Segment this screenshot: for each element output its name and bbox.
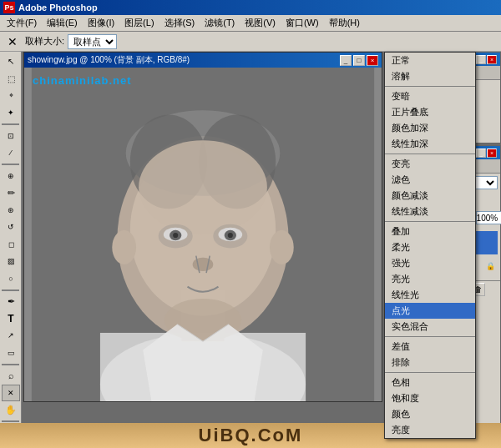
blend-exclusion[interactable]: 排除 [385, 355, 475, 370]
blend-soft-light[interactable]: 柔光 [385, 239, 475, 255]
canvas-watermark: chinaminilab.net [33, 74, 132, 87]
dropdown-sep-3 [385, 221, 475, 222]
history-panel-buttons: _ × [476, 55, 497, 64]
menu-edit[interactable]: 编辑(E) [42, 15, 83, 31]
main-area: ↖ ⬚ ⌖ ✦ ⊡ ∕ ⊕ ✏ ⊛ ↺ ◻ ▨ ○ ✒ T ↗ ▭ ⌕ ✕ ✋ [0, 52, 501, 448]
blend-color[interactable]: 颜色 [385, 406, 475, 422]
menu-select[interactable]: 选择(S) [159, 15, 200, 31]
dropdown-sep-2 [385, 154, 475, 154]
sample-size-select[interactable]: 取样点 [68, 34, 117, 49]
eraser-tool[interactable]: ◻ [2, 236, 20, 253]
history-close-button[interactable]: × [487, 55, 497, 64]
shape-tool[interactable]: ▭ [2, 345, 20, 361]
svg-point-16 [159, 224, 193, 249]
eyedropper-options-icon: ✕ [3, 33, 22, 50]
history-minimize-button[interactable]: _ [476, 55, 486, 64]
path-select-tool[interactable]: ↗ [2, 328, 20, 345]
canvas-minimize-button[interactable]: _ [340, 55, 352, 66]
bottom-watermark-text: UiBQ.CoM [199, 425, 303, 446]
blend-dissolve[interactable]: 溶解 [385, 68, 475, 84]
blend-linear-burn[interactable]: 线性加深 [385, 136, 475, 152]
menu-file[interactable]: 文件(F) [2, 15, 42, 31]
gradient-tool[interactable]: ▨ [2, 254, 20, 270]
blend-lighten[interactable]: 变亮 [385, 156, 475, 172]
layer-lock-icon: 🔒 [486, 262, 495, 270]
app-title: Adobe Photoshop [18, 3, 498, 13]
blend-screen[interactable]: 滤色 [385, 172, 475, 188]
blend-darken[interactable]: 变暗 [385, 88, 475, 104]
app-icon: Ps [3, 2, 15, 13]
menu-bar: 文件(F) 编辑(E) 图像(I) 图层(L) 选择(S) 滤镜(T) 视图(V… [0, 15, 501, 32]
layers-close-button[interactable]: × [487, 148, 497, 158]
dodge-tool[interactable]: ○ [2, 270, 20, 287]
move-tool[interactable]: ↖ [2, 53, 20, 70]
zoom-tool[interactable]: ⌕ [2, 368, 20, 385]
blend-hue[interactable]: 色相 [385, 375, 475, 390]
blend-vivid-light[interactable]: 亮光 [385, 271, 475, 287]
lasso-tool[interactable]: ⌖ [2, 88, 20, 104]
canvas-body: chinaminilab.net [24, 68, 382, 401]
canvas-title-bar: showingw.jpg @ 100% (背景 副本, RGB/8#) _ □ … [24, 53, 382, 68]
dropdown-sep-1 [385, 86, 475, 87]
dropdown-sep-4 [385, 336, 475, 337]
portrait-image [24, 68, 382, 401]
blend-difference[interactable]: 差值 [385, 339, 475, 355]
svg-point-19 [112, 230, 136, 264]
canvas-maximize-button[interactable]: □ [353, 55, 365, 66]
svg-point-20 [270, 230, 294, 264]
blend-multiply[interactable]: 正片叠底 [385, 104, 475, 120]
menu-help[interactable]: 帮助(H) [324, 15, 365, 31]
blend-hard-mix[interactable]: 实色混合 [385, 319, 475, 335]
blend-color-burn[interactable]: 颜色加深 [385, 120, 475, 136]
blend-saturation[interactable]: 饱和度 [385, 390, 475, 406]
brush-tool[interactable]: ✏ [2, 185, 20, 202]
layers-panel-buttons: _ × [476, 148, 497, 158]
crop-tool[interactable]: ⊡ [2, 128, 20, 144]
app-title-bar: Ps Adobe Photoshop [0, 0, 501, 15]
eyedropper-tool[interactable]: ✕ [2, 385, 20, 401]
sample-size-label: 取样大小: [25, 35, 64, 48]
blend-normal[interactable]: 正常 [385, 53, 475, 68]
layers-minimize-button[interactable]: _ [476, 148, 486, 158]
slice-tool[interactable]: ∕ [2, 145, 20, 162]
canvas-window: showingw.jpg @ 100% (背景 副本, RGB/8#) _ □ … [23, 52, 382, 402]
blend-luminosity[interactable]: 亮度 [385, 422, 475, 438]
canvas-title: showingw.jpg @ 100% (背景 副本, RGB/8#) [28, 54, 338, 66]
menu-window[interactable]: 窗口(W) [281, 15, 324, 31]
svg-point-9 [139, 140, 267, 234]
clone-tool[interactable]: ⊛ [2, 202, 20, 219]
pen-tool[interactable]: ✒ [2, 294, 20, 310]
toolbar: ↖ ⬚ ⌖ ✦ ⊡ ∕ ⊕ ✏ ⊛ ↺ ◻ ▨ ○ ✒ T ↗ ▭ ⌕ ✕ ✋ [0, 52, 22, 448]
blend-mode-dropdown[interactable]: 正常 溶解 变暗 正片叠底 颜色加深 线性加深 变亮 滤色 颜色减淡 线性减淡 … [384, 52, 476, 439]
hand-tool[interactable]: ✋ [2, 402, 20, 419]
history-brush-tool[interactable]: ↺ [2, 219, 20, 236]
menu-image[interactable]: 图像(I) [83, 15, 119, 31]
dropdown-sep-5 [385, 372, 475, 373]
blend-linear-light[interactable]: 线性光 [385, 287, 475, 303]
svg-point-18 [193, 258, 214, 271]
svg-point-17 [213, 224, 247, 249]
blend-pin-light[interactable]: 点光 [385, 303, 475, 319]
options-bar: ✕ 取样大小: 取样点 [0, 32, 501, 52]
blend-linear-dodge[interactable]: 线性减淡 [385, 204, 475, 219]
canvas-close-button[interactable]: × [367, 55, 378, 66]
magic-wand-tool[interactable]: ✦ [2, 105, 20, 122]
text-tool[interactable]: T [2, 310, 20, 327]
blend-color-dodge[interactable]: 颜色减淡 [385, 188, 475, 204]
menu-layer[interactable]: 图层(L) [119, 15, 159, 31]
healing-tool[interactable]: ⊕ [2, 168, 20, 184]
blend-hard-light[interactable]: 强光 [385, 255, 475, 271]
menu-view[interactable]: 视图(V) [240, 15, 281, 31]
marquee-tool[interactable]: ⬚ [2, 71, 20, 88]
fill-input[interactable] [476, 211, 501, 224]
menu-filter[interactable]: 滤镜(T) [200, 15, 240, 31]
blend-overlay[interactable]: 叠加 [385, 224, 475, 239]
